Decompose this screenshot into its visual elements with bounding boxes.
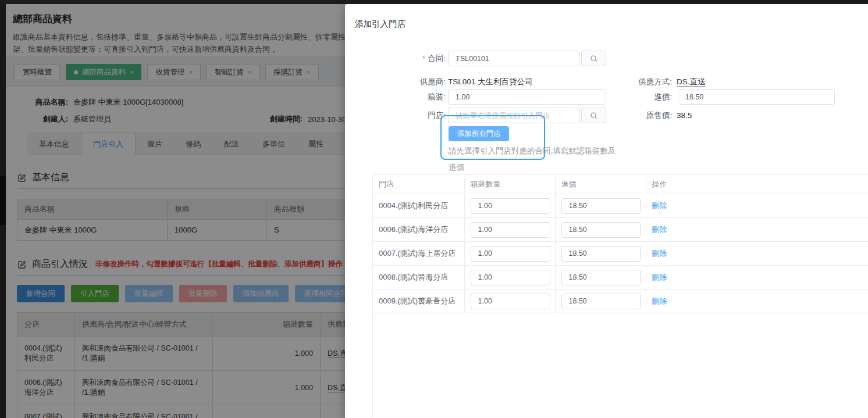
col-store: 門店 (373, 175, 464, 194)
cell-store: 0006.(測試)海洋分店 (373, 218, 464, 242)
store-search-input[interactable] (448, 108, 580, 123)
cell-price (555, 218, 646, 242)
col-actions: 操作 (646, 175, 868, 194)
cell-price (555, 266, 646, 290)
delete-link[interactable]: 刪除 (652, 201, 667, 210)
delete-link[interactable]: 刪除 (652, 273, 667, 281)
cell-price (555, 194, 646, 218)
contract-label: *合同: (345, 51, 446, 66)
supplier-label: 供應商: (345, 74, 446, 90)
row-price-input[interactable] (561, 294, 641, 309)
row-qty-input[interactable] (471, 294, 550, 309)
row-qty-input[interactable] (471, 222, 550, 238)
row-price-input[interactable] (561, 198, 641, 214)
row-qty-input[interactable] (471, 198, 550, 214)
supplier-value: TSL001.大生利百貨公司 (448, 74, 533, 90)
supply-type-text: DS.直送 (677, 77, 706, 87)
store-label: 門店: (345, 108, 446, 123)
contract-input[interactable] (448, 51, 580, 66)
cell-box-qty (464, 242, 555, 266)
cell-box-qty (464, 290, 555, 313)
cell-price (555, 290, 646, 313)
modal-store-table: 門店 箱裝數量 進價 操作 0004.(測試)利民分店 刪除 0006.(測試) (373, 174, 868, 313)
col-box-qty: 箱裝數量 (464, 175, 555, 194)
row-price-input[interactable] (561, 222, 641, 238)
supply-type-value: DS.直送 (677, 74, 706, 90)
table-row: 0006.(測試)海洋分店 刪除 (373, 218, 868, 242)
supply-type-label: 供應方式: (595, 74, 672, 90)
cell-actions: 刪除 (646, 290, 868, 313)
cell-actions: 刪除 (646, 266, 868, 290)
required-asterisk: * (422, 54, 425, 63)
modal-table-container: 門店 箱裝數量 進價 操作 0004.(測試)利民分店 刪除 0006.(測試) (372, 174, 868, 418)
table-row: 0007.(測試)海上居分店 刪除 (373, 242, 868, 266)
table-row: 0004.(測試)利民分店 刪除 (373, 194, 868, 218)
cell-actions: 刪除 (646, 194, 868, 218)
table-row: 0008.(測試)晉海分店 刪除 (373, 266, 868, 290)
row-qty-input[interactable] (471, 270, 550, 285)
add-store-modal: 添加引入門店 *合同: 供應商: TSL001.大生利百貨公司 供應方式: DS… (345, 4, 868, 418)
screen: 總部商品資料 維護商品基本資料信息，包括標準、重量、多規格等中類商品，可設置生鮮… (0, 0, 868, 418)
modal-title: 添加引入門店 (355, 19, 405, 30)
price-label: 進價: (595, 89, 672, 105)
search-icon (590, 55, 598, 63)
delete-link[interactable]: 刪除 (652, 225, 667, 234)
delete-link[interactable]: 刪除 (652, 296, 667, 305)
cell-store: 0009.(測試)茵豪薈分店 (373, 290, 464, 313)
cell-actions: 刪除 (646, 242, 868, 266)
original-price-value: 38.5 (677, 108, 692, 123)
table-row: 0009.(測試)茵豪薈分店 刪除 (373, 290, 868, 313)
row-qty-input[interactable] (471, 246, 550, 262)
cell-store: 0004.(測試)利民分店 (373, 194, 464, 218)
cell-store: 0007.(測試)海上居分店 (373, 242, 464, 266)
cell-box-qty (464, 266, 555, 290)
cell-box-qty (464, 218, 555, 242)
cell-actions: 刪除 (646, 218, 868, 242)
original-price-label: 原售價: (595, 108, 672, 123)
label-text: 合同: (428, 54, 446, 63)
table-header-row: 門店 箱裝數量 進價 操作 (373, 175, 868, 194)
box-label: 箱裝: (345, 89, 446, 105)
row-price-input[interactable] (561, 246, 641, 262)
add-all-stores-button[interactable]: 添加所有門店 (449, 126, 509, 141)
highlight-hint-text: 請先選擇引入門店對應的合同,填寫默認箱裝數及進價 (449, 143, 618, 176)
cell-store: 0008.(測試)晉海分店 (373, 266, 464, 290)
delete-link[interactable]: 刪除 (652, 249, 667, 258)
box-input[interactable] (448, 89, 606, 105)
cell-box-qty (464, 194, 555, 218)
cell-price (555, 242, 646, 266)
row-price-input[interactable] (561, 270, 641, 285)
price-input[interactable] (678, 89, 835, 105)
col-price: 進價 (555, 175, 646, 194)
contract-search-button[interactable] (581, 51, 606, 66)
